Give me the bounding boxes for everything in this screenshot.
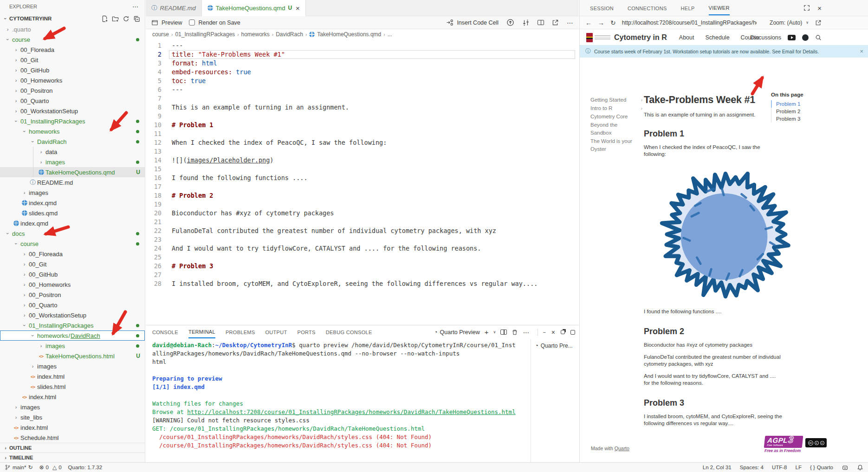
new-folder-icon[interactable] [112, 15, 119, 22]
tree-item[interactable]: index.qmd [0, 198, 145, 208]
nav-discussions[interactable]: Discussions [750, 34, 781, 41]
code-line[interactable]: 16I found the following functions .... [146, 174, 579, 182]
site-toc-item[interactable]: Getting Started› [590, 96, 642, 104]
cursor-position[interactable]: Ln 2, Col 31 [703, 465, 732, 470]
tree-item[interactable]: ›images [0, 157, 145, 167]
code-line[interactable]: 13 [146, 147, 579, 156]
panel-tab-problems[interactable]: PROBLEMS [226, 326, 255, 338]
tab-connections[interactable]: CONNECTIONS [628, 1, 667, 15]
timeline-section[interactable]: › TIMELINE [0, 453, 145, 462]
terminal-output[interactable]: david@debian-Rach:~/Desktop/CytometryInR… [152, 341, 518, 459]
tree-item[interactable]: ›site_libs [0, 412, 145, 422]
code-line[interactable]: 11 [146, 129, 579, 138]
tree-item[interactable]: ›00_Quarto [0, 300, 145, 310]
site-toc-item[interactable]: Beyond the Sandbox [590, 121, 642, 137]
fullscreen-icon[interactable] [803, 5, 810, 11]
explorer-more-icon[interactable]: ⋯ [132, 3, 138, 10]
tab-session[interactable]: SESSION [590, 1, 614, 15]
code-line[interactable]: 24And I would want to try tidyflowCore, … [146, 244, 579, 253]
assistant-icon[interactable] [842, 464, 849, 471]
site-toc-item[interactable]: Cytometry Core [590, 113, 642, 121]
forward-icon[interactable]: → [598, 19, 604, 26]
notifications-bell-icon[interactable] [857, 464, 863, 471]
code-line[interactable]: 22FulanoDeTal contributed the greatest n… [146, 226, 579, 235]
sync-icon[interactable]: ↻ [28, 464, 32, 471]
tree-item[interactable]: ›00_GitHub [0, 269, 145, 279]
panel-tab-console[interactable]: CONSOLE [152, 326, 178, 338]
url-field[interactable]: http://localhost:7208/course/01_Installi… [622, 19, 757, 26]
tree-item[interactable]: ›images [0, 188, 145, 198]
breadcrumb-item[interactable]: ... [388, 31, 392, 38]
tree-item[interactable]: slides.qmd [0, 208, 145, 218]
tree-item[interactable]: ›DavidRach [0, 136, 145, 147]
minimize-panel-icon[interactable]: − [543, 330, 545, 335]
search-icon[interactable] [815, 34, 822, 41]
code-line[interactable]: 6--- [146, 85, 579, 94]
github-icon[interactable] [802, 34, 809, 41]
problems-indicator[interactable]: ⊗0 △0 [39, 464, 61, 471]
close-icon[interactable]: × [817, 4, 822, 12]
code-line[interactable]: 2title: "Take-Problems Week #1" [146, 50, 579, 59]
site-toc-item[interactable]: Intro to R› [590, 104, 642, 112]
tree-item[interactable]: ›00_WorkstationSetup [0, 310, 145, 320]
toc-link-problem2[interactable]: Problem 2 [771, 108, 841, 115]
outline-section[interactable]: › OUTLINE [0, 443, 145, 453]
panel-tab-debug-console[interactable]: DEBUG CONSOLE [326, 326, 372, 338]
indentation-setting[interactable]: Spaces: 4 [740, 465, 764, 470]
split-terminal-icon[interactable] [500, 330, 507, 335]
panel-tab-terminal[interactable]: TERMINAL [188, 326, 215, 338]
insert-code-cell-button[interactable]: Insert Code Cell [457, 19, 499, 26]
tree-item[interactable]: ›00_Git [0, 259, 145, 269]
tab-takehomequestions[interactable]: TakeHomeQuestions.qmd U × [202, 0, 306, 16]
code-line[interactable]: 10# Problem 1 [146, 121, 579, 129]
tree-item[interactable]: ›00_Homeworks [0, 75, 145, 85]
tree-item[interactable]: index.qmd [0, 218, 145, 228]
code-line[interactable]: 25 [146, 253, 579, 262]
tree-item[interactable]: ›.quarto [0, 24, 145, 34]
tree-item[interactable]: <>index.html [0, 371, 145, 381]
tree-item[interactable]: <>Schedule.html [0, 433, 145, 443]
encoding-setting[interactable]: UTF-8 [772, 465, 787, 470]
agpl-badge[interactable]: AGPL3 Free Software Free as in Freedom [764, 436, 803, 453]
tree-item[interactable]: ›00_GitHub [0, 65, 145, 75]
panel-more-icon[interactable]: ⋯ [523, 329, 529, 336]
terminal-list-item[interactable]: ◔ Quarto Pre... [535, 342, 577, 349]
tab-viewer[interactable]: VIEWER [709, 1, 730, 15]
breadcrumb-item[interactable]: TakeHomeQuestions.qmd [317, 31, 381, 38]
breadcrumb-item[interactable]: DavidRach [276, 31, 303, 38]
code-line[interactable]: 7 [146, 94, 579, 103]
tree-item[interactable]: ›images [0, 341, 145, 351]
code-line[interactable]: 12When I checked the index of PeacoQC, I… [146, 138, 579, 147]
chevron-down-icon[interactable]: ∨ [493, 330, 496, 334]
code-line[interactable]: 5toc: true [146, 77, 579, 85]
code-editor[interactable]: 1---2title: "Take-Problems Week #1"3form… [146, 40, 579, 324]
tree-item[interactable]: ›00_Homeworks [0, 279, 145, 290]
back-icon[interactable]: ← [585, 19, 592, 26]
youtube-icon[interactable] [788, 35, 796, 40]
tree-item[interactable]: ›homeworks [0, 126, 145, 136]
quarto-preview-terminal[interactable]: ◔ Quarto Preview [434, 329, 480, 336]
code-line[interactable]: 20Bioconductor has #xyz of cytometry pac… [146, 209, 579, 218]
tree-item[interactable]: ›course [0, 34, 145, 45]
university-logo[interactable] [586, 33, 593, 42]
zoom-select[interactable]: Zoom: (Auto) [770, 19, 802, 26]
tree-item[interactable]: ›homeworks / DavidRach [0, 330, 145, 341]
tree-item[interactable]: ›00_WorkstationSetup [0, 106, 145, 116]
code-line[interactable]: 21 [146, 218, 579, 226]
split-editor-icon[interactable] [538, 20, 544, 25]
eol-setting[interactable]: LF [796, 465, 802, 470]
new-file-icon[interactable] [101, 15, 108, 22]
render-icon[interactable] [506, 19, 514, 26]
code-line[interactable]: 4embed-resources: true [146, 68, 579, 77]
tree-item[interactable]: ›00_Quarto [0, 96, 145, 106]
tree-item[interactable]: TakeHomeQuestions.qmdU [0, 167, 145, 177]
tree-item[interactable]: <>index.html [0, 422, 145, 433]
panel-tab-output[interactable]: OUTPUT [265, 326, 287, 338]
tree-item[interactable]: ›00_Git [0, 55, 145, 65]
code-line[interactable]: 1--- [146, 41, 579, 50]
code-line[interactable]: 15 [146, 165, 579, 174]
tree-item[interactable]: <>index.html [0, 392, 145, 402]
git-branch-indicator[interactable]: main* ↻ [5, 464, 32, 471]
tree-item[interactable]: <>TakeHomeQuestions.htmlU [0, 351, 145, 361]
close-icon[interactable]: × [860, 48, 863, 55]
